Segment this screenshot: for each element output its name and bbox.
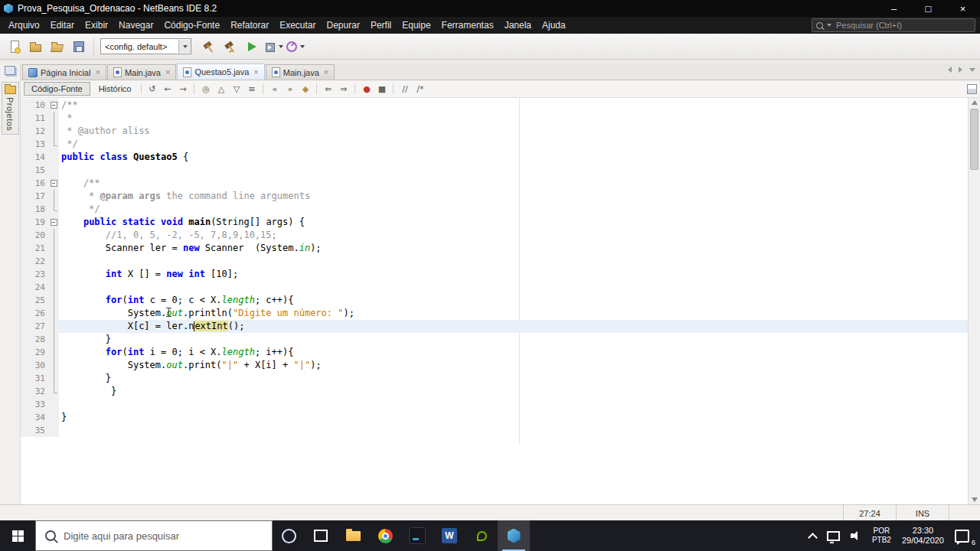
projects-window-button[interactable]: Projetos bbox=[2, 82, 19, 135]
fold-marker[interactable] bbox=[48, 216, 59, 229]
previous-bookmark-button[interactable]: « bbox=[267, 83, 282, 95]
fold-marker[interactable] bbox=[48, 99, 59, 112]
code-line-17[interactable]: 17 * @param args the command line argume… bbox=[21, 190, 980, 203]
code-line-31[interactable]: 31 } bbox=[21, 372, 980, 385]
code-line-24[interactable]: 24 bbox=[21, 281, 980, 294]
code-line-29[interactable]: 29 for(int i = 0; i < X.length; i++){ bbox=[21, 346, 980, 359]
new-project-button[interactable] bbox=[26, 37, 46, 57]
menu-refatorar[interactable]: Refatorar bbox=[225, 18, 274, 32]
menu-c-digo-fonte[interactable]: Código-Fonte bbox=[158, 18, 225, 32]
code-line-33[interactable]: 33 bbox=[21, 398, 980, 411]
toggle-highlight-search-button[interactable]: ≡ bbox=[244, 83, 259, 95]
code-line-35[interactable]: 35 bbox=[21, 424, 980, 437]
menu-perfil[interactable]: Perfil bbox=[365, 18, 397, 32]
window-group-icon[interactable] bbox=[5, 66, 15, 75]
code-line-28[interactable]: 28 } bbox=[21, 333, 980, 346]
task-view-button[interactable] bbox=[305, 520, 337, 551]
nvidia-button[interactable] bbox=[466, 520, 498, 551]
code-line-21[interactable]: 21 Scanner ler = new Scanner (System.in)… bbox=[21, 242, 980, 255]
menu-equipe[interactable]: Equipe bbox=[397, 18, 436, 32]
hidden-icons-button[interactable] bbox=[804, 520, 822, 551]
code-line-32[interactable]: 32 } bbox=[21, 385, 980, 398]
taskbar-search-input[interactable] bbox=[62, 530, 256, 543]
code-line-10[interactable]: 10/** bbox=[21, 99, 980, 112]
code-line-12[interactable]: 12 * @author aliss bbox=[21, 125, 980, 138]
toggle-bookmark-button[interactable]: ◆ bbox=[298, 83, 312, 95]
app-button-dark[interactable] bbox=[401, 520, 433, 551]
language-indicator[interactable]: POR PTB2 bbox=[867, 520, 897, 551]
comment-lines-button[interactable]: // bbox=[397, 83, 412, 95]
menu-ferramentas[interactable]: Ferramentas bbox=[436, 18, 499, 32]
menu-depurar[interactable]: Depurar bbox=[322, 18, 365, 32]
maximize-button[interactable]: □ bbox=[911, 0, 946, 17]
uncomment-lines-button[interactable]: /* bbox=[413, 83, 427, 95]
action-center-button[interactable]: 6 bbox=[949, 520, 978, 551]
code-line-19[interactable]: 19 public static void main(String[] args… bbox=[21, 216, 980, 229]
code-line-15[interactable]: 15 bbox=[21, 164, 980, 177]
chrome-button[interactable] bbox=[369, 520, 401, 551]
find-next-button[interactable]: ▽ bbox=[229, 83, 243, 95]
run-project-button[interactable] bbox=[242, 37, 262, 57]
profile-project-button[interactable] bbox=[285, 37, 305, 57]
find-previous-button[interactable]: △ bbox=[214, 83, 228, 95]
scroll-tabs-right-icon[interactable] bbox=[959, 67, 962, 73]
new-file-button[interactable] bbox=[5, 37, 24, 57]
shift-line-left-button[interactable]: ⇐ bbox=[321, 83, 335, 95]
word-button[interactable] bbox=[433, 520, 466, 551]
tab-questao5-java[interactable]: Questao5.java× bbox=[177, 64, 264, 80]
close-button[interactable]: × bbox=[946, 0, 980, 17]
save-all-button[interactable] bbox=[69, 37, 89, 57]
next-bookmark-button[interactable]: » bbox=[283, 83, 297, 95]
code-line-26[interactable]: 26 System.out.println("Digite um número:… bbox=[21, 307, 980, 320]
volume-button[interactable] bbox=[845, 520, 867, 551]
menu-janela[interactable]: Janela bbox=[499, 18, 537, 32]
menu-editar[interactable]: Editar bbox=[45, 18, 80, 32]
tab-p-gina-inicial[interactable]: Página Inicial× bbox=[22, 64, 106, 80]
code-line-34[interactable]: 34} bbox=[21, 411, 980, 424]
debug-project-button[interactable] bbox=[263, 37, 283, 57]
tab-close-icon[interactable]: × bbox=[95, 68, 100, 77]
open-project-button[interactable] bbox=[47, 37, 67, 57]
config-combobox[interactable]: <config. default> bbox=[100, 38, 191, 54]
clean-build-button[interactable] bbox=[220, 37, 240, 57]
stop-macro-recording-button[interactable]: ■ bbox=[374, 83, 389, 95]
menu-ajuda[interactable]: Ajuda bbox=[537, 18, 571, 32]
clock[interactable]: 23:30 29/04/2020 bbox=[897, 520, 949, 551]
taskbar-search-box[interactable] bbox=[35, 520, 273, 551]
netbeans-button[interactable] bbox=[498, 520, 530, 551]
menu-exibir[interactable]: Exibir bbox=[80, 18, 113, 32]
search-dropdown-caret-icon[interactable] bbox=[827, 24, 831, 27]
scrollbar-down-icon[interactable] bbox=[972, 497, 978, 502]
forward-button[interactable]: → bbox=[175, 83, 190, 95]
source-view-button[interactable]: Código-Fonte bbox=[24, 82, 90, 96]
file-explorer-button[interactable] bbox=[337, 520, 369, 551]
code-line-22[interactable]: 22 bbox=[21, 255, 980, 268]
code-line-18[interactable]: 18 */ bbox=[21, 203, 980, 216]
scrollbar-up-icon[interactable] bbox=[972, 100, 978, 105]
editor-vertical-scrollbar[interactable] bbox=[968, 98, 980, 504]
start-macro-recording-button[interactable]: ● bbox=[359, 83, 374, 95]
start-button[interactable] bbox=[0, 520, 35, 551]
find-selection-button[interactable]: ◎ bbox=[198, 83, 213, 95]
quick-search-box[interactable] bbox=[812, 18, 975, 32]
menu-navegar[interactable]: Navegar bbox=[113, 18, 158, 32]
code-line-14[interactable]: 14public class Questao5 { bbox=[21, 151, 980, 164]
menu-executar[interactable]: Executar bbox=[274, 18, 321, 32]
split-window-icon[interactable] bbox=[967, 84, 977, 94]
code-line-30[interactable]: 30 System.out.print("|" + X[i] + "|"); bbox=[21, 359, 980, 372]
fold-marker[interactable] bbox=[48, 177, 59, 190]
code-editor[interactable]: 10/**11 *12 * @author aliss13 */14public… bbox=[21, 98, 980, 504]
tab-main-java[interactable]: Main.java× bbox=[107, 64, 177, 80]
code-line-20[interactable]: 20 //1, 0, 5, -2, -5, 7,8,9,10,15; bbox=[21, 229, 980, 242]
code-line-16[interactable]: 16 /** bbox=[21, 177, 980, 190]
tab-close-icon[interactable]: × bbox=[324, 68, 328, 77]
shift-line-right-button[interactable]: ⇒ bbox=[336, 83, 351, 95]
tab-main-java[interactable]: Main.java× bbox=[266, 64, 335, 80]
tab-close-icon[interactable]: × bbox=[165, 68, 170, 77]
menu-arquivo[interactable]: Arquivo bbox=[3, 18, 45, 32]
tab-close-icon[interactable]: × bbox=[253, 68, 258, 77]
titlebar[interactable]: Prova_Pesquisa_Ordenacao - NetBeans IDE … bbox=[0, 0, 980, 17]
minimize-button[interactable]: – bbox=[877, 0, 911, 17]
config-combobox-arrow-icon[interactable] bbox=[178, 40, 191, 53]
scrollbar-thumb[interactable] bbox=[970, 109, 978, 170]
